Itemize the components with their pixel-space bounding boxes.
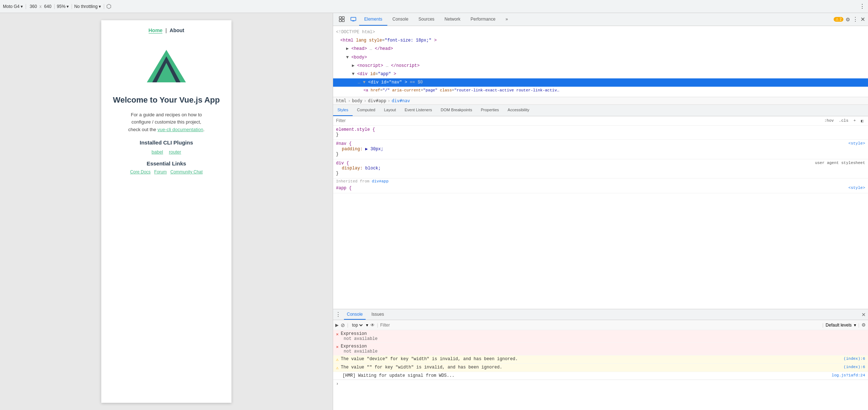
console-context-arrow: ▾ [366,323,368,328]
toolbar-more-icon[interactable]: ⋮ [859,3,865,10]
warn-source-2[interactable]: (index):6 [844,365,865,369]
console-input[interactable] [341,381,865,387]
css-rule-app: <style> #app { [333,184,868,193]
console-clear-icon[interactable]: ⊘ [341,322,345,328]
throttle-selector[interactable]: No throttling ▾ [74,4,104,9]
forum-link[interactable]: Forum [154,169,167,174]
console-area: ⋮ Console Issues ✕ ▶ ⊘ | top ▾ 👁 | | Def… [333,309,868,410]
vue-logo [145,44,188,88]
devtools-close-icon[interactable]: ✕ [860,16,865,23]
responsive-icon[interactable] [348,13,359,26]
essential-links-list: Core Docs Forum Community Chat [130,169,203,174]
dom-head[interactable]: ▶ <head> … </head> [333,45,868,53]
styles-filter-input[interactable] [336,118,820,123]
console-entry-warn-1: ⚠ The value "device" for key "width" is … [333,355,868,364]
preview-pane: Home | About Welcome to Your Vue.js App … [0,13,333,410]
tab-sources[interactable]: Sources [413,13,439,26]
tab-event-listeners[interactable]: Event Listeners [400,105,437,116]
styles-panel: :hov .cls + ◧ element.style { } <style> … [333,116,868,309]
warn-message-2: The value "" for key "width" is invalid,… [341,365,841,370]
rotation-icon[interactable]: ⬡ [106,3,111,10]
info-source-1[interactable]: log.js?1afd:24 [832,373,865,377]
console-close-btn[interactable]: ✕ [861,312,866,318]
console-levels-arrow[interactable]: ▾ [854,323,856,328]
console-prompt: › [333,380,868,388]
console-prompt-chevron: › [336,381,339,387]
tab-network[interactable]: Network [439,13,465,26]
devtools-more-icon[interactable]: ⋮ [852,16,858,23]
dimensions-display: 360 x 640 [30,4,55,9]
dom-anchor[interactable]: <a href="/" aria-current="page" class="r… [333,87,868,95]
expression-label-2: Expression [341,344,367,349]
dom-div-app[interactable]: ▼ <div id="app" > [333,70,868,78]
breadcrumb-div-nav[interactable]: div#nav [392,98,410,103]
plugins-list: babel router [152,149,181,155]
throttle-arrow: ▾ [99,4,101,9]
zoom-arrow: ▾ [67,4,69,9]
devtools-icons: ⚠ 2 ⚙ ⋮ ✕ [834,16,865,23]
dom-noscript[interactable]: ▶ <noscript> … </noscript> [333,62,868,70]
console-run-icon[interactable]: ▶ [335,323,339,328]
community-chat-link[interactable]: Community Chat [170,169,203,174]
dimension-separator: x [39,4,42,9]
device-arrow: ▾ [21,4,23,9]
console-header: ⋮ Console Issues ✕ [333,309,868,320]
main-area: Home | About Welcome to Your Vue.js App … [0,13,868,410]
tab-elements[interactable]: Elements [359,13,387,26]
console-entry-info-1: [HMR] Waiting for update signal from WDS… [333,372,868,380]
tab-styles[interactable]: Styles [333,105,353,116]
tab-performance[interactable]: Performance [465,13,501,26]
console-tab-console[interactable]: Console [344,309,366,320]
toggle-sidebar-btn[interactable]: ◧ [859,118,865,124]
essential-links-title: Essential Links [146,160,186,167]
expression-message-1: not available [341,336,378,341]
zoom-selector[interactable]: 95% ▾ [57,4,72,9]
console-entry-warn-2: ⚠ The value "" for key "width" is invali… [333,364,868,372]
breadcrumb-div-app[interactable]: div#app [368,98,386,103]
tab-dom-breakpoints[interactable]: DOM Breakpoints [437,105,477,116]
tab-computed[interactable]: Computed [353,105,380,116]
core-docs-link[interactable]: Core Docs [130,169,151,174]
dom-body[interactable]: ▼ <body> [333,53,868,62]
cls-filter-btn[interactable]: .cls [837,118,850,124]
device-toolbar: Moto G4 ▾ 360 x 640 95% ▾ No throttling … [0,0,868,13]
svg-rect-5 [339,20,341,22]
console-dots-menu[interactable]: ⋮ [335,311,341,318]
error-icon-2: ✕ [336,344,339,350]
breadcrumb-html[interactable]: html [336,98,346,103]
warning-badge[interactable]: ⚠ 2 [834,17,843,22]
tab-properties[interactable]: Properties [476,105,503,116]
router-link[interactable]: router [169,149,181,155]
info-message-1: [HMR] Waiting for update signal from WDS… [342,373,830,378]
hov-filter-btn[interactable]: :hov [822,118,835,124]
console-eye-icon[interactable]: 👁 [370,323,375,328]
home-link[interactable]: Home [149,27,163,34]
desc-period: . [203,127,205,132]
devtools-tab-bar: Elements Console Sources Network Perform… [333,13,868,26]
breadcrumb-body[interactable]: body [352,98,362,103]
console-tab-issues[interactable]: Issues [369,309,387,320]
inspect-icon[interactable] [336,13,348,26]
vue-cli-docs-link[interactable]: vue-cli documentation [157,127,203,132]
warn-source-1[interactable]: (index):6 [844,357,865,361]
breadcrumb-bar: html › body › div#app › div#nav [333,97,868,105]
dom-div-nav-selected[interactable]: … ▼ <div id="nav" > == $0 [333,78,868,87]
device-selector[interactable]: Moto G4 ▾ [3,4,26,9]
warn-message-1: The value "device" for key "width" is in… [341,357,841,362]
babel-link[interactable]: babel [152,149,163,155]
tab-layout[interactable]: Layout [380,105,400,116]
console-filter-separator: | [377,323,378,328]
console-entry-error-1: ✕ Expression not available [333,330,868,343]
add-style-btn[interactable]: + [852,118,858,124]
console-filter-input[interactable] [380,323,820,328]
settings-icon[interactable]: ⚙ [846,17,850,22]
vue-app-title: Welcome to Your Vue.js App [113,95,220,105]
tab-console[interactable]: Console [387,13,413,26]
tab-accessibility[interactable]: Accessibility [503,105,534,116]
console-context-selector[interactable]: top [350,322,364,328]
about-link[interactable]: About [170,27,184,34]
console-settings-icon[interactable]: ⚙ [861,322,866,328]
devtools-pane: Elements Console Sources Network Perform… [333,13,868,410]
tab-more[interactable]: » [501,13,513,26]
dom-html: <html lang style="font-size: 18px;" > [333,36,868,45]
